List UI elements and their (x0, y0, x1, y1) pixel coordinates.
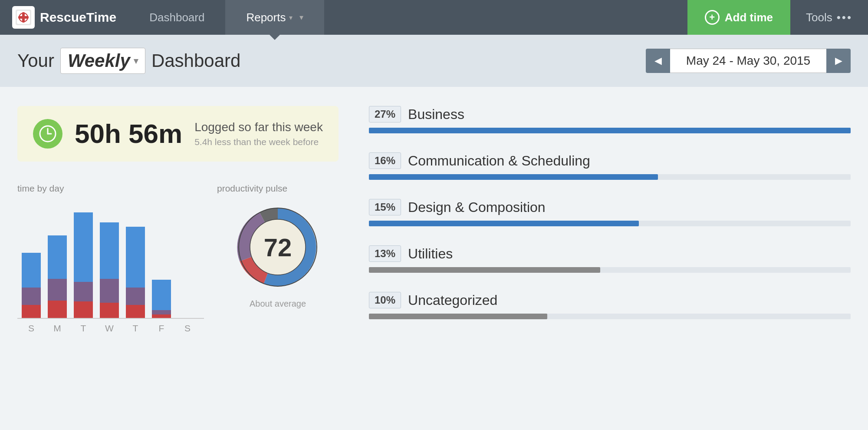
donut-chart-label: productivity pulse (217, 183, 287, 194)
clock-icon (33, 119, 62, 149)
business-bar-bg (369, 128, 851, 133)
prev-date-button[interactable]: ◀ (646, 49, 670, 73)
uncategorized-bar-bg (369, 314, 851, 319)
communication-pct-badge: 16% (369, 152, 401, 169)
period-dropdown-icon: ▾ (134, 56, 138, 66)
design-bar-bg (369, 221, 851, 226)
bar-chart-label: time by day (17, 183, 204, 194)
plus-circle-icon: + (705, 10, 720, 25)
business-name: Business (408, 106, 464, 122)
design-bar-fill (369, 221, 639, 226)
bar-chart-section: time by day (17, 183, 204, 334)
bar-t1 (74, 212, 93, 318)
bar-s1 (22, 253, 41, 318)
business-bar-fill (369, 128, 851, 133)
uncategorized-name: Uncategorized (408, 292, 497, 308)
communication-name: Communication & Scheduling (408, 153, 590, 169)
bar-w (100, 222, 119, 318)
uncategorized-bar-fill (369, 314, 547, 319)
category-item-uncategorized: 10% Uncategorized (369, 292, 851, 319)
logged-time-value: 50h 56m (75, 120, 182, 147)
business-pct-badge: 27% (369, 106, 401, 122)
bar-day-labels: S M T W T F S (17, 319, 204, 334)
logo[interactable]: RescueTime (0, 0, 128, 35)
date-range-display: May 24 - May 30, 2015 (670, 49, 826, 73)
bar-f (152, 280, 171, 318)
communication-bar-bg (369, 174, 851, 180)
design-name: Design & Composition (408, 199, 546, 215)
next-date-button[interactable]: ▶ (826, 49, 851, 73)
header-bar: Your Weekly ▾ Dashboard ◀ May 24 - May 3… (0, 35, 868, 87)
donut-wrapper: 72 (232, 202, 323, 293)
uncategorized-pct-badge: 10% (369, 292, 401, 308)
bar-m (48, 235, 67, 318)
tab-dashboard[interactable]: Dashboard (128, 0, 225, 35)
right-panel: 27% Business 16% Communication & Schedul… (369, 106, 851, 415)
communication-bar-fill (369, 174, 658, 180)
logged-time-desc: Logged so far this week 5.4h less than t… (194, 120, 323, 147)
utilities-bar-bg (369, 267, 851, 273)
category-item-utilities: 13% Utilities (369, 245, 851, 273)
category-item-business: 27% Business (369, 106, 851, 133)
navigation: RescueTime Dashboard Reports ▾ + Add tim… (0, 0, 868, 35)
utilities-name: Utilities (408, 246, 453, 262)
utilities-pct-badge: 13% (369, 245, 401, 262)
category-item-design: 15% Design & Composition (369, 199, 851, 226)
logo-text: RescueTime (40, 10, 116, 25)
date-navigation: ◀ May 24 - May 30, 2015 ▶ (646, 49, 851, 73)
design-pct-badge: 15% (369, 199, 401, 215)
donut-sub-label: About average (250, 299, 306, 309)
bar-chart (17, 202, 204, 319)
category-item-communication: 16% Communication & Scheduling (369, 152, 851, 180)
logged-time-card: 50h 56m Logged so far this week 5.4h les… (17, 106, 339, 162)
add-time-button[interactable]: + Add time (687, 0, 790, 35)
tab-reports[interactable]: Reports ▾ (225, 0, 324, 35)
logo-icon (12, 6, 35, 29)
left-panel: 50h 56m Logged so far this week 5.4h les… (17, 106, 339, 415)
main-content: 50h 56m Logged so far this week 5.4h les… (0, 87, 868, 430)
donut-section: productivity pulse (217, 183, 339, 309)
donut-value: 72 (264, 233, 292, 262)
period-selector[interactable]: Weekly ▾ (60, 48, 145, 74)
bar-t2 (126, 227, 145, 318)
charts-row: time by day (17, 183, 339, 334)
tools-dots-icon: ••• (837, 11, 852, 24)
tools-button[interactable]: Tools ••• (790, 0, 868, 35)
page-title: Your Weekly ▾ Dashboard (17, 48, 240, 74)
reports-dropdown-icon: ▾ (289, 13, 293, 22)
utilities-bar-fill (369, 267, 600, 273)
